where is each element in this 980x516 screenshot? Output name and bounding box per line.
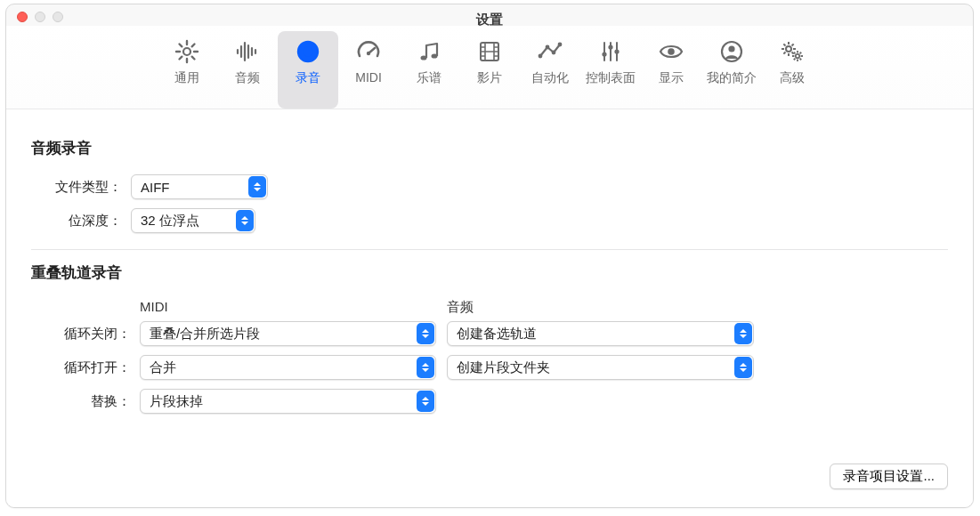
toolbar-tab-record[interactable]: 录音 bbox=[278, 31, 338, 109]
toolbar-tab-label: 录音 bbox=[296, 70, 320, 86]
popup-value: 创建片段文件夹 bbox=[457, 359, 575, 376]
svg-point-29 bbox=[539, 54, 543, 59]
toolbar-tab-label: 我的简介 bbox=[707, 70, 757, 86]
popup-file-type[interactable]: AIFF bbox=[131, 174, 268, 199]
popup-cycle-off-midi[interactable]: 重叠/合并所选片段 bbox=[140, 321, 436, 346]
toolbar-tab-movie[interactable]: 影片 bbox=[459, 31, 520, 109]
svg-line-4 bbox=[180, 57, 182, 60]
popup-value: 片段抹掉 bbox=[150, 393, 228, 410]
notes-icon bbox=[414, 36, 444, 67]
popup-bit-depth[interactable]: 32 位浮点 bbox=[131, 208, 255, 233]
section-title-overlap-recording: 重叠轨道录音 bbox=[31, 262, 948, 283]
toolbar-tab-label: 通用 bbox=[174, 70, 199, 86]
window-title: 设置 bbox=[6, 12, 973, 28]
svg-line-48 bbox=[783, 44, 785, 45]
svg-line-6 bbox=[180, 44, 182, 47]
svg-point-51 bbox=[796, 54, 799, 58]
gauge-icon bbox=[353, 36, 384, 67]
stepper-icon bbox=[417, 323, 434, 344]
svg-point-36 bbox=[602, 52, 606, 56]
svg-point-37 bbox=[608, 44, 612, 49]
popup-value: 合并 bbox=[150, 359, 201, 376]
toolbar-tab-automation[interactable]: 自动化 bbox=[520, 31, 580, 109]
toolbar-tab-label: 高级 bbox=[780, 70, 805, 86]
svg-point-31 bbox=[552, 51, 556, 55]
recording-project-settings-button[interactable]: 录音项目设置... bbox=[830, 464, 948, 489]
sliders-icon bbox=[595, 36, 626, 67]
svg-line-53 bbox=[800, 59, 802, 60]
stepper-icon bbox=[734, 357, 752, 378]
svg-point-32 bbox=[558, 43, 563, 47]
svg-line-46 bbox=[783, 52, 785, 54]
svg-point-41 bbox=[728, 45, 734, 52]
row-cycle-on: 循环打开： 合并 创建片段文件夹 bbox=[31, 355, 948, 380]
label-file-type: 文件类型： bbox=[31, 179, 131, 196]
gear-icon bbox=[172, 36, 202, 67]
automation-icon bbox=[535, 36, 565, 67]
row-replace: 替换： 片段抹掉 bbox=[31, 389, 948, 414]
stepper-icon bbox=[248, 176, 266, 198]
svg-point-42 bbox=[786, 46, 791, 52]
popup-value: 重叠/合并所选片段 bbox=[150, 326, 285, 343]
toolbar-tab-audio[interactable]: 音频 bbox=[217, 31, 278, 109]
toolbar-tab-myinfo[interactable]: 我的简介 bbox=[701, 31, 762, 109]
stepper-icon bbox=[417, 391, 434, 412]
svg-point-16 bbox=[304, 47, 313, 57]
col-header-audio: 音频 bbox=[447, 299, 474, 316]
row-cycle-off: 循环关闭： 重叠/合并所选片段 创建备选轨道 bbox=[31, 321, 948, 346]
toolbar-tab-label: 自动化 bbox=[531, 70, 569, 86]
label-cycle-off: 循环关闭： bbox=[31, 326, 140, 343]
svg-line-18 bbox=[369, 48, 375, 53]
stepper-icon bbox=[417, 357, 434, 378]
row-bit-depth: 位深度： 32 位浮点 bbox=[31, 208, 948, 233]
toolbar-tab-label: 影片 bbox=[477, 70, 502, 86]
toolbar: 通用 音频 录音 MIDI 乐谱 影片 自动化 控制表面 显示 bbox=[6, 26, 973, 109]
settings-window: 设置 通用 音频 录音 MIDI 乐谱 影片 自动化 控制表面 bbox=[5, 4, 974, 508]
toolbar-tab-label: MIDI bbox=[355, 70, 382, 85]
svg-point-0 bbox=[183, 48, 190, 55]
toolbar-tab-label: 控制表面 bbox=[586, 70, 636, 86]
popup-value: 创建备选轨道 bbox=[457, 326, 562, 343]
toolbar-tab-score[interactable]: 乐谱 bbox=[399, 31, 459, 109]
titlebar: 设置 bbox=[6, 4, 973, 26]
popup-replace-midi[interactable]: 片段抹掉 bbox=[140, 389, 436, 414]
column-headers: MIDI 音频 bbox=[31, 299, 948, 316]
svg-line-55 bbox=[794, 59, 796, 60]
label-replace: 替换： bbox=[31, 393, 140, 410]
toolbar-tab-label: 显示 bbox=[659, 70, 684, 86]
gears-icon bbox=[777, 36, 807, 67]
content-area: 音频录音 文件类型： AIFF 位深度： 32 位浮点 重叠轨道录音 MIDI … bbox=[6, 109, 973, 507]
toolbar-tab-label: 音频 bbox=[235, 70, 260, 86]
svg-line-50 bbox=[792, 44, 794, 45]
svg-line-59 bbox=[800, 52, 802, 54]
record-icon bbox=[293, 36, 323, 67]
popup-cycle-on-midi[interactable]: 合并 bbox=[140, 355, 436, 380]
toolbar-tab-display[interactable]: 显示 bbox=[641, 31, 701, 109]
toolbar-tab-label: 乐谱 bbox=[417, 70, 441, 86]
label-cycle-on: 循环打开： bbox=[31, 359, 140, 376]
separator bbox=[31, 249, 948, 250]
svg-point-30 bbox=[546, 45, 550, 50]
popup-cycle-on-audio[interactable]: 创建片段文件夹 bbox=[447, 355, 754, 380]
svg-line-8 bbox=[192, 44, 195, 47]
popup-cycle-off-audio[interactable]: 创建备选轨道 bbox=[447, 321, 754, 346]
waveform-icon bbox=[232, 36, 263, 67]
svg-line-2 bbox=[192, 57, 195, 60]
row-file-type: 文件类型： AIFF bbox=[31, 174, 948, 199]
popup-value: AIFF bbox=[141, 180, 195, 195]
eye-icon bbox=[656, 36, 686, 67]
toolbar-tab-surfaces[interactable]: 控制表面 bbox=[580, 31, 641, 109]
toolbar-tab-general[interactable]: 通用 bbox=[157, 31, 217, 109]
stepper-icon bbox=[734, 323, 752, 344]
section-title-audio-recording: 音频录音 bbox=[31, 138, 948, 158]
film-icon bbox=[474, 36, 505, 67]
svg-point-38 bbox=[614, 49, 619, 53]
person-icon bbox=[717, 36, 747, 67]
svg-line-57 bbox=[794, 52, 796, 54]
toolbar-tab-advanced[interactable]: 高级 bbox=[762, 31, 822, 109]
svg-point-39 bbox=[668, 48, 675, 55]
stepper-icon bbox=[236, 210, 254, 231]
toolbar-tab-midi[interactable]: MIDI bbox=[338, 31, 399, 109]
label-bit-depth: 位深度： bbox=[31, 213, 131, 230]
col-header-midi: MIDI bbox=[140, 299, 447, 316]
